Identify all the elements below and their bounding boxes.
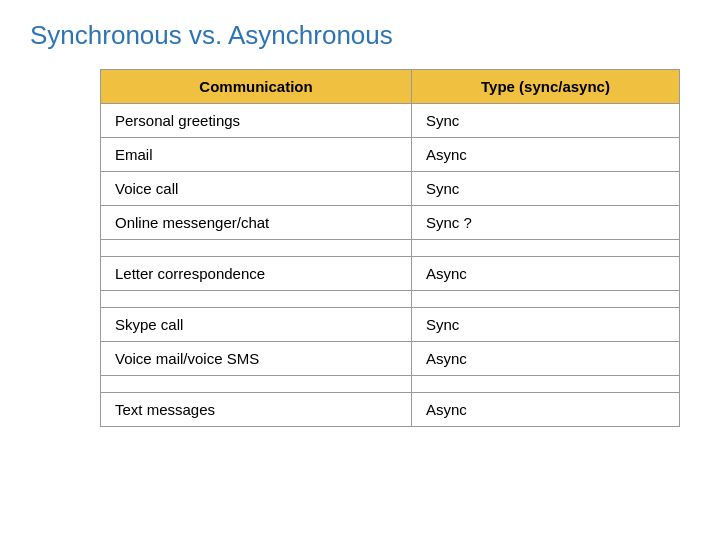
cell-communication: Online messenger/chat	[101, 206, 412, 240]
cell-communication: Personal greetings	[101, 104, 412, 138]
col-header-communication: Communication	[101, 70, 412, 104]
table-row: Text messages Async	[101, 393, 680, 427]
table-row: Email Async	[101, 138, 680, 172]
cell-type: Async	[411, 138, 679, 172]
table-row: Voice mail/voice SMS Async	[101, 342, 680, 376]
comparison-table: Communication Type (sync/async) Personal…	[100, 69, 680, 427]
cell-communication: Email	[101, 138, 412, 172]
cell-communication: Letter correspondence	[101, 257, 412, 291]
cell-communication: Text messages	[101, 393, 412, 427]
table-row: Letter correspondence Async	[101, 257, 680, 291]
cell-type: Sync ?	[411, 206, 679, 240]
cell-type: Async	[411, 342, 679, 376]
cell-type: Async	[411, 393, 679, 427]
table-row: Skype call Sync	[101, 308, 680, 342]
cell-communication: Skype call	[101, 308, 412, 342]
cell-communication: Voice mail/voice SMS	[101, 342, 412, 376]
cell-communication: Voice call	[101, 172, 412, 206]
table-row: Voice call Sync	[101, 172, 680, 206]
col-header-type: Type (sync/async)	[411, 70, 679, 104]
cell-type: Sync	[411, 308, 679, 342]
cell-type: Sync	[411, 104, 679, 138]
table-row: Personal greetings Sync	[101, 104, 680, 138]
table-row: Online messenger/chat Sync ?	[101, 206, 680, 240]
cell-type: Sync	[411, 172, 679, 206]
page-title: Synchronous vs. Asynchronous	[30, 20, 690, 51]
cell-type: Async	[411, 257, 679, 291]
